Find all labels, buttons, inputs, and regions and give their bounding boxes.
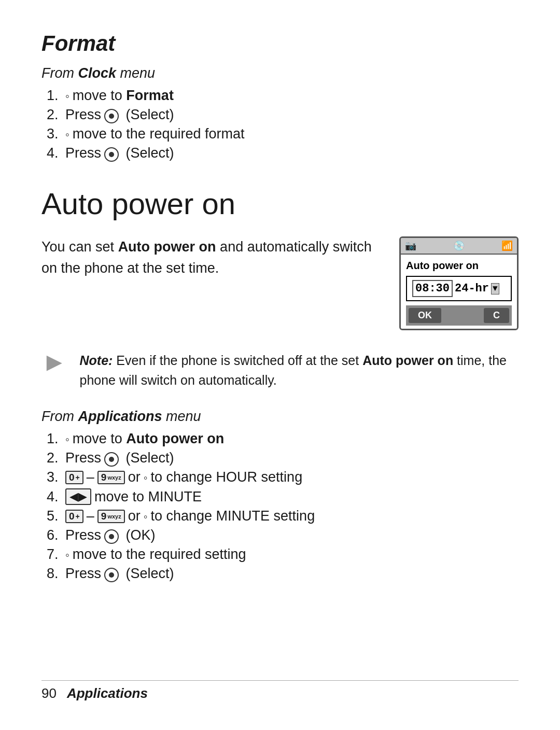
select-icon-apps-6 [104, 529, 119, 544]
from-apps-section: From Applications menu 1. ◦ move to Auto… [41, 409, 519, 582]
auto-power-content: You can set Auto power on and automatica… [41, 236, 519, 330]
apps-step-2: 2. Press (Select) [47, 450, 519, 466]
apps-step-4: 4. ◀▶ move to MINUTE [47, 488, 519, 505]
format-step-1: 1. ◦ move to Format [47, 88, 519, 104]
key-box-0: 0+ [65, 471, 83, 484]
format-step-2: 2. Press (Select) [47, 107, 519, 123]
phone-footer: OK C [406, 305, 512, 326]
apps-step-3: 3. 0+ – 9wxyz or ◦ to change HOUR settin… [47, 469, 519, 485]
apps-step-7: 7. ◦ move to the required setting [47, 546, 519, 563]
phone-dropdown-icon: ▼ [491, 283, 499, 294]
nav-icon-apps-5: ◦ [144, 510, 148, 524]
footer-divider [41, 680, 519, 681]
phone-body: Auto power on 08:30 24-hr ▼ OK C [401, 255, 517, 329]
format-title: Format [41, 31, 519, 56]
status-icon-cd: 💿 [453, 240, 465, 251]
auto-power-description: You can set Auto power on and automatica… [41, 236, 379, 278]
key-box-0b: 0+ [65, 510, 83, 523]
auto-power-title: Auto power on [41, 186, 519, 221]
footer-label: Applications [67, 685, 148, 701]
note-box: ► Note: Even if the phone is switched of… [41, 351, 519, 390]
phone-c-btn: C [484, 308, 509, 323]
select-icon [104, 109, 119, 123]
status-icon-signal: 📶 [501, 240, 513, 251]
apps-steps-list: 1. ◦ move to Auto power on 2. Press (Sel… [47, 431, 519, 582]
apps-step-5: 5. 0+ – 9wxyz or ◦ to change MINUTE sett… [47, 508, 519, 524]
apps-step-8: 8. Press (Select) [47, 566, 519, 582]
phone-ok-btn: OK [409, 308, 441, 323]
nav-icon-3: ◦ [65, 128, 69, 142]
phone-time-box: 08:30 [412, 280, 453, 297]
format-steps-list: 1. ◦ move to Format 2. Press (Select) 3.… [47, 88, 519, 161]
from-apps-menu: From Applications menu [41, 409, 519, 425]
format-step-4: 4. Press (Select) [47, 145, 519, 161]
phone-status-bar: 📷 💿 📶 [401, 238, 517, 255]
apps-step-1: 1. ◦ move to Auto power on [47, 431, 519, 447]
nav-icon: ◦ [65, 90, 69, 103]
phone-screen-mockup: 📷 💿 📶 Auto power on 08:30 24-hr ▼ OK C [399, 236, 519, 330]
format-section: Format From Clock menu 1. ◦ move to Form… [41, 31, 519, 161]
select-icon-4 [104, 147, 119, 162]
phone-screen-title: Auto power on [406, 260, 512, 272]
page-number: 90 [41, 685, 57, 701]
note-text: Note: Even if the phone is switched off … [80, 351, 519, 390]
phone-time-format: 24-hr [455, 282, 489, 295]
phone-time-display: 08:30 24-hr ▼ [406, 276, 512, 301]
select-icon-apps-2 [104, 452, 119, 467]
from-clock-menu: From Clock menu [41, 65, 519, 81]
key-box-9b: 9wxyz [97, 510, 125, 523]
apps-step-6: 6. Press (OK) [47, 527, 519, 543]
auto-power-section: Auto power on You can set Auto power on … [41, 186, 519, 582]
format-step-3: 3. ◦ move to the required format [47, 126, 519, 142]
nav-icon-apps-7: ◦ [65, 549, 69, 562]
note-arrow-icon: ► [41, 349, 67, 375]
left-right-icon: ◀▶ [65, 488, 91, 505]
select-icon-apps-8 [104, 568, 119, 582]
nav-icon-apps-3: ◦ [144, 471, 148, 485]
status-icon-camera: 📷 [405, 240, 416, 251]
nav-icon-apps-1: ◦ [65, 433, 69, 446]
page-footer: 90 Applications [41, 685, 148, 701]
key-box-9: 9wxyz [97, 471, 125, 484]
